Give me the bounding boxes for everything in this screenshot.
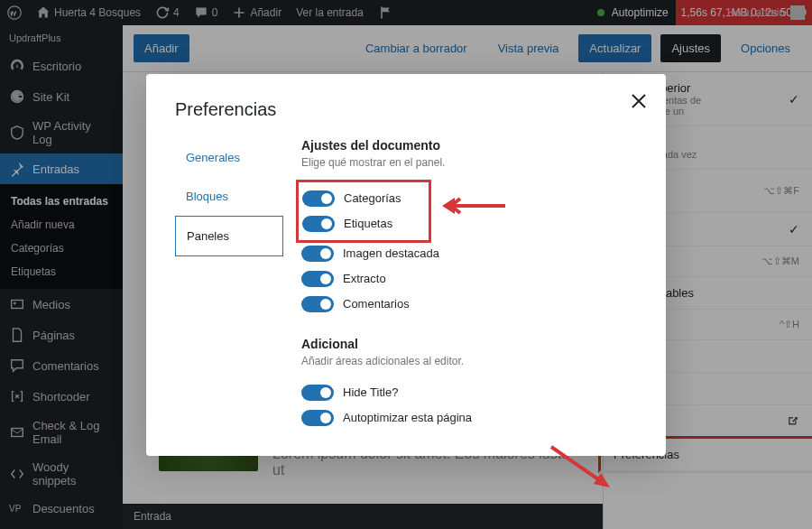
toggle-label: Comentarios	[343, 297, 410, 311]
annotation-arrow	[547, 442, 610, 490]
toggle-label: Categorías	[344, 191, 401, 205]
toggle-comments[interactable]	[301, 296, 334, 312]
tab-blocks[interactable]: Bloques	[175, 177, 283, 216]
modal-title: Preferencias	[175, 99, 637, 120]
toggle-excerpt[interactable]	[301, 271, 334, 287]
close-icon[interactable]	[628, 90, 650, 112]
section-doc-desc: Elige qué mostrar en el panel.	[301, 156, 637, 169]
modal-tabs: Generales Bloques Paneles	[175, 138, 283, 431]
toggle-categories[interactable]	[302, 190, 335, 207]
modal-overlay: Preferencias Generales Bloques Paneles A…	[0, 0, 812, 529]
tab-panels[interactable]: Paneles	[175, 216, 283, 256]
toggle-label: Extracto	[343, 272, 386, 285]
section-additional-heading: Adicional	[301, 337, 637, 351]
preferences-modal: Preferencias Generales Bloques Paneles A…	[146, 74, 666, 456]
toggle-autoptimize[interactable]	[301, 410, 334, 426]
toggle-label: Hide Title?	[343, 385, 398, 399]
annotation-arrow	[442, 197, 505, 218]
modal-body: Ajustes del documento Elige qué mostrar …	[291, 138, 637, 431]
toggle-tags[interactable]	[302, 216, 335, 232]
toggle-label: Autoptimizar esta página	[343, 411, 472, 424]
toggle-featured-image[interactable]	[301, 246, 334, 262]
toggle-hide-title[interactable]	[301, 385, 334, 401]
section-doc-heading: Ajustes del documento	[301, 138, 637, 153]
tab-general[interactable]: Generales	[175, 138, 283, 177]
section-additional-desc: Añadir áreas adicionales al editor.	[301, 355, 637, 367]
toggle-label: Etiquetas	[344, 217, 392, 230]
toggle-label: Imagen destacada	[343, 246, 439, 260]
